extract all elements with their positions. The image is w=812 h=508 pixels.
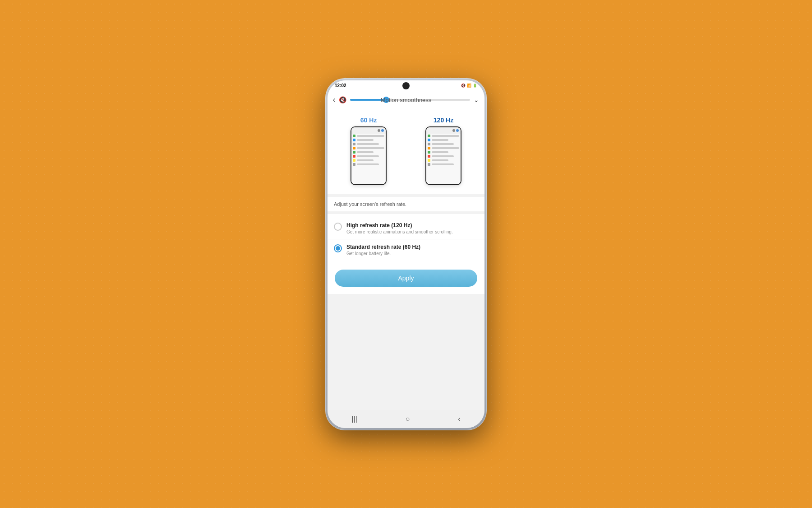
content-area: 60 Hz — [328, 109, 484, 410]
bottom-spacer — [328, 294, 484, 312]
hz-120-item: 120 Hz — [408, 117, 479, 185]
list-item — [353, 155, 384, 158]
list-item — [428, 151, 459, 154]
description-text: Adjust your screen's refresh rate. — [334, 201, 478, 207]
row-icon — [428, 155, 430, 158]
option-high-text: High refresh rate (120 Hz) Get more real… — [346, 222, 478, 234]
row-text — [432, 139, 448, 141]
mockup-search-icon — [378, 129, 380, 132]
row-text — [357, 135, 384, 137]
row-text — [357, 147, 384, 149]
row-icon — [428, 151, 430, 154]
row-text — [357, 143, 379, 145]
options-section: High refresh rate (120 Hz) Get more real… — [328, 214, 484, 264]
option-standard-refresh[interactable]: Standard refresh rate (60 Hz) Get longer… — [328, 239, 484, 261]
row-text — [357, 159, 374, 161]
apply-section: Apply — [328, 264, 484, 294]
mockup-120-list — [426, 134, 461, 184]
row-icon — [428, 139, 430, 141]
row-text — [357, 163, 379, 165]
option-high-desc: Get more realistic animations and smooth… — [346, 229, 478, 234]
row-text — [357, 139, 374, 141]
mockup-info-icon-2 — [456, 129, 459, 132]
option-standard-text: Standard refresh rate (60 Hz) Get longer… — [346, 244, 478, 256]
row-icon — [353, 163, 355, 166]
mockup-search-icon-2 — [452, 129, 455, 132]
list-item — [353, 163, 384, 166]
description-section: Adjust your screen's refresh rate. — [328, 197, 484, 211]
row-icon — [428, 143, 430, 145]
row-icon — [353, 159, 355, 162]
row-icon — [353, 143, 355, 145]
row-text — [432, 163, 454, 165]
row-icon — [353, 151, 355, 154]
phone-mockup-120hz — [425, 126, 461, 185]
hz-comparison: 60 Hz — [328, 109, 484, 191]
hz-comparison-wrapper: 60 Hz — [328, 109, 484, 194]
navigation-bar: ‹ 🔇 Motion smoothness ⌄ — [328, 91, 484, 109]
dropdown-icon[interactable]: ⌄ — [474, 96, 479, 103]
status-bar: 12:02 🔇 📶 🔋 — [328, 80, 484, 91]
front-camera — [402, 82, 410, 89]
mute-icon: 🔇 — [461, 84, 466, 88]
list-item — [428, 135, 459, 137]
home-icon[interactable]: ○ — [406, 415, 410, 423]
option-high-title: High refresh rate (120 Hz) — [346, 222, 478, 228]
mute-nav-icon: 🔇 — [339, 96, 346, 103]
row-text — [432, 135, 459, 137]
battery-icon: 🔋 — [473, 84, 477, 88]
option-standard-title: Standard refresh rate (60 Hz) — [346, 244, 478, 250]
status-time: 12:02 — [335, 83, 346, 88]
row-text — [432, 155, 454, 157]
row-text — [432, 143, 454, 145]
radio-standard-inner — [336, 246, 340, 251]
list-item — [353, 139, 384, 141]
wifi-icon: 📶 — [467, 84, 471, 88]
row-icon — [353, 155, 355, 158]
apply-button[interactable]: Apply — [335, 270, 477, 287]
status-icons: 🔇 📶 🔋 — [461, 84, 477, 88]
phone-screen: 12:02 🔇 📶 🔋 ‹ 🔇 Motion smoothness ⌄ — [328, 80, 484, 428]
list-item — [428, 139, 459, 141]
row-text — [432, 151, 448, 153]
list-item — [353, 147, 384, 149]
row-text — [357, 155, 379, 157]
list-item — [353, 143, 384, 145]
row-text — [357, 151, 374, 153]
row-icon — [428, 147, 430, 149]
phone-mockup-60hz — [351, 126, 387, 185]
row-icon — [428, 159, 430, 162]
list-item — [428, 155, 459, 158]
row-icon — [353, 139, 355, 141]
page-title: Motion smoothness — [381, 97, 432, 103]
row-icon — [353, 135, 355, 137]
list-item — [353, 159, 384, 162]
list-item — [428, 163, 459, 166]
mockup-120-screen — [426, 127, 461, 184]
back-nav-icon[interactable]: ‹ — [458, 415, 460, 423]
row-icon — [428, 135, 430, 137]
radio-high[interactable] — [334, 223, 342, 231]
hz-60-label: 60 Hz — [360, 117, 377, 124]
list-item — [428, 147, 459, 149]
phone-device: 12:02 🔇 📶 🔋 ‹ 🔇 Motion smoothness ⌄ — [325, 78, 487, 430]
list-item — [353, 151, 384, 154]
hz-120-label: 120 Hz — [434, 117, 453, 124]
mockup-60-topbar — [351, 127, 386, 134]
mockup-60-screen — [351, 127, 386, 184]
option-high-refresh[interactable]: High refresh rate (120 Hz) Get more real… — [328, 218, 484, 239]
row-icon — [428, 163, 430, 166]
row-icon — [353, 147, 355, 149]
list-item — [428, 143, 459, 145]
list-item — [353, 135, 384, 137]
radio-standard[interactable] — [334, 244, 342, 252]
hz-60-item: 60 Hz — [333, 117, 404, 185]
row-text — [432, 159, 448, 161]
mockup-info-icon — [381, 129, 384, 132]
bottom-navigation: ||| ○ ‹ — [328, 410, 484, 428]
recent-apps-icon[interactable]: ||| — [351, 415, 357, 423]
list-item — [428, 159, 459, 162]
option-standard-desc: Get longer battery life. — [346, 251, 478, 256]
mockup-60-list — [351, 134, 386, 184]
back-button[interactable]: ‹ — [333, 96, 335, 104]
